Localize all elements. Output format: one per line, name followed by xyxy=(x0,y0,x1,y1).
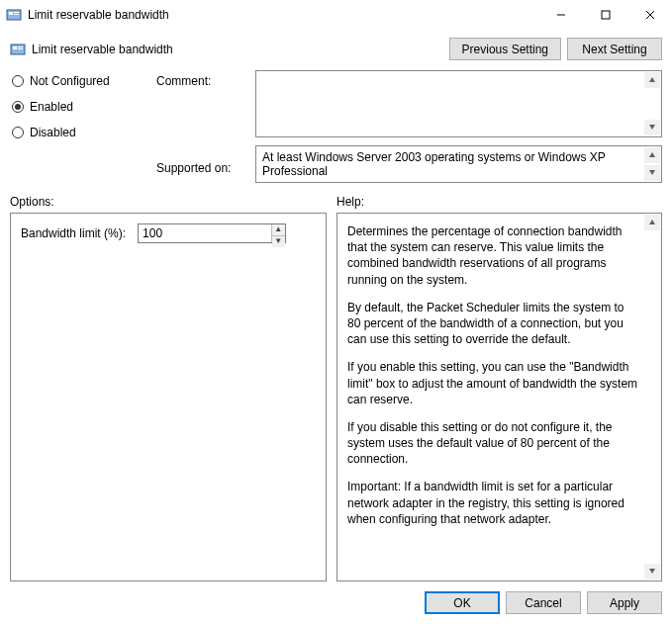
help-text: Determines the percentage of connection … xyxy=(337,214,661,580)
svg-marker-17 xyxy=(649,569,655,574)
spinner-down-icon[interactable]: ▼ xyxy=(272,236,285,247)
svg-marker-13 xyxy=(649,125,655,130)
panel-labels: Options: Help: xyxy=(0,183,672,213)
scroll-down-icon[interactable] xyxy=(644,165,660,181)
next-setting-button[interactable]: Next Setting xyxy=(567,38,662,60)
comment-textarea[interactable] xyxy=(255,70,662,137)
svg-marker-15 xyxy=(649,170,655,175)
radio-label: Enabled xyxy=(30,100,73,114)
state-radios: Not Configured Enabled Disabled xyxy=(12,70,141,183)
scroll-down-icon[interactable] xyxy=(644,120,660,135)
bandwidth-option-row: Bandwidth limit (%): ▲ ▼ xyxy=(21,223,304,243)
field-values: At least Windows Server 2003 operating s… xyxy=(255,70,662,183)
state-section: Not Configured Enabled Disabled Comment:… xyxy=(0,64,672,183)
scroll-up-icon[interactable] xyxy=(644,72,660,88)
help-label: Help: xyxy=(336,195,364,209)
help-paragraph: If you enable this setting, you can use … xyxy=(347,359,639,407)
help-paragraph: Important: If a bandwidth limit is set f… xyxy=(347,479,639,527)
window-title: Limit reservable bandwidth xyxy=(28,8,538,22)
help-paragraph: By default, the Packet Scheduler limits … xyxy=(347,300,639,348)
gpedit-policy-dialog: Limit reservable bandwidth Limit reserva… xyxy=(0,0,672,624)
dialog-buttons: OK Cancel Apply xyxy=(0,581,672,624)
supported-on-box: At least Windows Server 2003 operating s… xyxy=(255,145,662,183)
svg-marker-14 xyxy=(649,152,655,157)
policy-icon xyxy=(6,7,22,23)
svg-marker-16 xyxy=(649,220,655,224)
radio-not-configured[interactable]: Not Configured xyxy=(12,74,141,88)
svg-rect-10 xyxy=(18,46,23,47)
window-controls xyxy=(538,0,672,30)
radio-enabled[interactable]: Enabled xyxy=(12,100,141,114)
titlebar: Limit reservable bandwidth xyxy=(0,0,672,30)
bandwidth-limit-label: Bandwidth limit (%): xyxy=(21,225,126,241)
nav-buttons: Previous Setting Next Setting xyxy=(449,38,662,60)
cancel-button[interactable]: Cancel xyxy=(506,591,581,614)
radio-icon xyxy=(12,101,24,113)
svg-rect-1 xyxy=(9,12,13,15)
help-paragraph: Determines the percentage of connection … xyxy=(347,223,639,288)
split-panels: Bandwidth limit (%): ▲ ▼ Determines the … xyxy=(0,213,672,581)
help-panel: Determines the percentage of connection … xyxy=(336,213,662,581)
close-button[interactable] xyxy=(627,0,672,30)
policy-icon xyxy=(10,42,26,57)
svg-rect-9 xyxy=(13,46,17,49)
field-labels: Comment: Supported on: xyxy=(156,70,240,183)
radio-label: Disabled xyxy=(30,126,76,139)
comment-label: Comment: xyxy=(156,74,240,96)
options-panel: Bandwidth limit (%): ▲ ▼ xyxy=(10,213,327,581)
svg-marker-12 xyxy=(649,77,655,82)
svg-rect-2 xyxy=(14,12,19,13)
policy-name: Limit reservable bandwidth xyxy=(32,43,449,56)
svg-rect-11 xyxy=(18,48,23,49)
scroll-up-icon[interactable] xyxy=(644,215,660,230)
comment-text xyxy=(256,71,661,136)
bandwidth-limit-input[interactable] xyxy=(139,224,271,242)
scroll-up-icon[interactable] xyxy=(644,147,660,163)
ok-button[interactable]: OK xyxy=(425,591,500,614)
spinner-up-icon[interactable]: ▲ xyxy=(272,224,285,236)
header-row: Limit reservable bandwidth Previous Sett… xyxy=(0,30,672,64)
supported-on-text: At least Windows Server 2003 operating s… xyxy=(256,146,661,182)
apply-button[interactable]: Apply xyxy=(587,591,662,614)
maximize-button[interactable] xyxy=(583,0,627,30)
svg-rect-5 xyxy=(602,11,610,19)
radio-icon xyxy=(12,127,24,138)
previous-setting-button[interactable]: Previous Setting xyxy=(449,38,561,60)
help-paragraph: If you disable this setting or do not co… xyxy=(347,419,639,468)
minimize-button[interactable] xyxy=(538,0,583,30)
bandwidth-limit-spinner[interactable]: ▲ ▼ xyxy=(138,223,286,243)
svg-rect-3 xyxy=(14,14,19,15)
scroll-down-icon[interactable] xyxy=(644,564,660,579)
supported-on-label: Supported on: xyxy=(156,161,240,183)
options-label: Options: xyxy=(10,195,327,209)
radio-icon xyxy=(12,75,24,87)
radio-label: Not Configured xyxy=(30,74,110,88)
radio-disabled[interactable]: Disabled xyxy=(12,126,141,139)
